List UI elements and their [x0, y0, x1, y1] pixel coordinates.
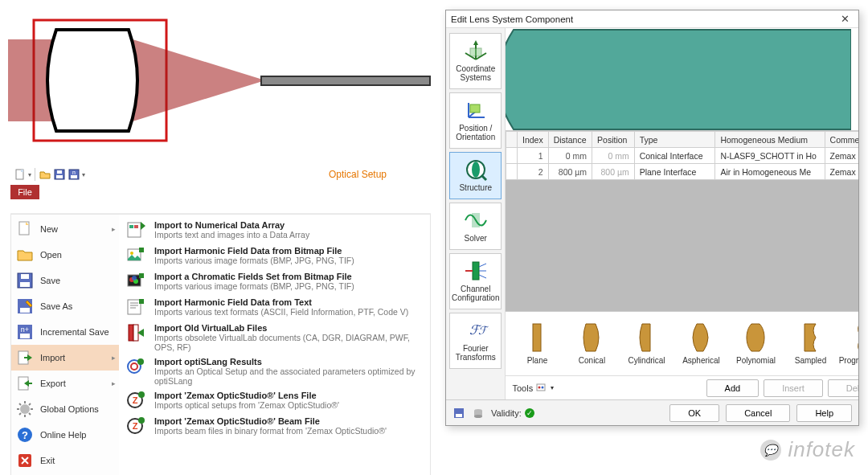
import-option[interactable]: ZImport 'Zemax OpticStudio®' Lens FileIm… — [119, 388, 430, 414]
nav-icon: ℱℱ⁻¹ — [462, 318, 489, 342]
new-doc-icon[interactable] — [14, 168, 27, 181]
surface-type-plane[interactable]: Plane — [515, 322, 559, 365]
import-icon: Z — [125, 391, 146, 412]
import-option[interactable]: Import Old VirtualLab FilesImports obsol… — [119, 321, 430, 354]
file-menu-item-global-options[interactable]: Global Options — [11, 396, 119, 422]
surface-type-programmable[interactable]: Programmable — [843, 322, 858, 365]
svg-rect-50 — [139, 299, 144, 304]
nav-channel-configuration[interactable]: Channel Configuration — [449, 253, 502, 309]
surface-type-icon — [526, 322, 547, 353]
nav-position-orientation[interactable]: Position / Orientation — [449, 92, 502, 149]
surfaces-table[interactable]: IndexDistancePositionTypeHomogeneous Med… — [506, 131, 858, 180]
chevron-right-icon: ▸ — [112, 354, 116, 362]
import-option[interactable]: ZImport 'Zemax OpticStudio®' Beam FileIm… — [119, 414, 430, 440]
table-row[interactable]: 2800 µm800 µmPlane InterfaceAir in Homog… — [506, 164, 858, 180]
svg-rect-74 — [473, 262, 479, 280]
svg-line-29 — [29, 413, 31, 415]
import-option[interactable]: Import optiSLang ResultsImports an Optic… — [119, 354, 430, 388]
nav-fourier-transforms[interactable]: ℱℱ⁻¹Fourier Transforms — [449, 313, 502, 369]
svg-rect-15 — [21, 274, 29, 279]
surface-type-cylindrical[interactable]: Cylindrical — [624, 322, 668, 365]
wechat-icon: 💬 — [760, 440, 781, 461]
save-inc-icon[interactable]: n — [68, 168, 80, 181]
close-icon[interactable]: ✕ — [836, 13, 854, 25]
svg-rect-19 — [20, 334, 30, 338]
import-option[interactable]: Import a Chromatic Fields Set from Bitma… — [119, 269, 430, 295]
col-header[interactable] — [506, 132, 517, 148]
svg-point-57 — [138, 391, 145, 398]
surface-type-conical[interactable]: Conical — [570, 322, 613, 365]
svg-rect-2 — [261, 76, 430, 85]
insert-button[interactable]: Insert — [764, 379, 823, 397]
surface-type-polynomial[interactable]: Polynomial — [734, 322, 777, 365]
surface-type-icon — [690, 322, 711, 353]
global-options-icon — [16, 400, 34, 418]
surface-type-icon — [636, 322, 657, 353]
file-menu-item-incremental-save[interactable]: n+Incremental Save — [11, 319, 119, 345]
col-header[interactable]: Position — [592, 132, 635, 148]
tools-dropdown[interactable]: Tools ▾ — [512, 383, 554, 394]
dialog-nav: Coordinate SystemsPosition / Orientation… — [446, 28, 506, 399]
surface-type-aspherical[interactable]: Aspherical — [679, 322, 723, 365]
svg-text:?: ? — [22, 429, 28, 441]
surface-type-sampled[interactable]: Sampled — [788, 322, 832, 365]
svg-rect-45 — [139, 273, 144, 278]
surface-type-icon — [854, 322, 858, 353]
svg-point-89 — [474, 415, 482, 418]
import-option[interactable]: Import Harmonic Field Data from TextImpo… — [119, 295, 430, 321]
save-icon — [16, 272, 34, 289]
cancel-button[interactable]: Cancel — [726, 404, 790, 422]
file-menu-item-new[interactable]: New▸ — [11, 216, 119, 242]
file-tab[interactable]: File — [10, 185, 39, 199]
nav-icon — [462, 259, 489, 283]
ok-button[interactable]: OK — [669, 404, 719, 422]
import-option[interactable]: Import to Numerical Data ArrayImports te… — [119, 218, 430, 244]
svg-point-23 — [20, 404, 30, 414]
nav-structure[interactable]: Structure — [449, 152, 502, 199]
file-menu-item-exit[interactable]: Exit — [11, 448, 119, 473]
exit-icon — [16, 452, 34, 469]
col-header[interactable]: Type — [634, 132, 715, 148]
dialog-titlebar: Edit Lens System Component ✕ — [446, 10, 858, 28]
col-header[interactable]: Distance — [548, 132, 592, 148]
file-menu-item-online-help[interactable]: ?Online Help — [11, 422, 119, 448]
open-folder-icon[interactable] — [39, 168, 51, 181]
help-button[interactable]: Help — [796, 404, 852, 422]
file-menu-item-save-as[interactable]: Save As — [11, 293, 119, 319]
import-icon — [125, 357, 146, 378]
import-icon: Z — [125, 416, 146, 437]
file-menu-item-open[interactable]: Open — [11, 242, 119, 268]
surface-type-icon — [745, 322, 766, 353]
svg-rect-7 — [57, 170, 62, 174]
watermark: 💬 infotek — [760, 437, 855, 462]
table-row[interactable]: 10 mm0 mmConical InterfaceN-LASF9_SCHOTT… — [506, 148, 858, 164]
col-header[interactable]: Index — [517, 132, 548, 148]
save-icon[interactable] — [53, 168, 66, 181]
nav-solver[interactable]: Solver — [449, 203, 502, 250]
incremental-save-icon: n+ — [16, 323, 34, 341]
import-option[interactable]: Import Harmonic Field Data from Bitmap F… — [119, 244, 430, 269]
svg-rect-36 — [129, 225, 133, 228]
col-header[interactable]: Homogeneous Medium — [715, 132, 825, 148]
file-menu-item-export[interactable]: Export▸ — [11, 371, 119, 396]
save-mini-icon[interactable] — [452, 407, 465, 420]
file-menu-item-import[interactable]: Import▸ — [11, 345, 119, 371]
col-header[interactable]: Comment — [825, 132, 858, 148]
import-icon — [125, 297, 146, 318]
save-as-icon — [16, 297, 34, 315]
svg-point-83 — [538, 386, 541, 388]
file-menu-item-save[interactable]: Save — [11, 268, 119, 293]
svg-rect-51 — [129, 325, 133, 341]
delete-button[interactable]: Delete — [828, 379, 858, 397]
svg-rect-73 — [472, 213, 480, 227]
edit-lens-dialog: Edit Lens System Component ✕ Coordinate … — [445, 10, 859, 426]
nav-coordinate-systems[interactable]: Coordinate Systems — [449, 33, 502, 89]
nav-icon — [462, 158, 489, 182]
file-menu-left: New▸OpenSaveSave Asn+Incremental SaveImp… — [11, 215, 119, 475]
svg-rect-17 — [20, 308, 30, 313]
svg-text:Z: Z — [133, 421, 138, 431]
svg-rect-46 — [128, 300, 141, 314]
ribbon-tab-optical-setup[interactable]: Optical Setup — [285, 166, 431, 183]
db-mini-icon[interactable] — [472, 407, 485, 420]
add-button[interactable]: Add — [706, 379, 760, 397]
